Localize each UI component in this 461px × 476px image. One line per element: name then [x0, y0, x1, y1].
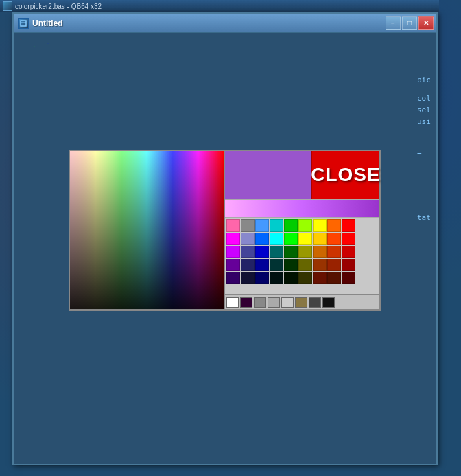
- swatch[interactable]: [342, 219, 355, 232]
- swatch-dark-purple[interactable]: [240, 297, 252, 308]
- title-bar: Untitled − □ ✕: [14, 14, 436, 33]
- swatch[interactable]: [342, 246, 355, 258]
- swatch[interactable]: [270, 246, 283, 258]
- swatch[interactable]: [255, 246, 269, 258]
- black-overlay: [70, 151, 224, 309]
- color-gradient-bar[interactable]: [225, 199, 379, 218]
- swatch-row-2: [226, 233, 378, 245]
- maximize-button[interactable]: □: [402, 16, 417, 30]
- swatch[interactable]: [284, 246, 298, 258]
- window-content: CLOSE: [14, 33, 436, 464]
- colorpicker-panel: CLOSE: [69, 150, 381, 311]
- swatch[interactable]: [298, 259, 312, 271]
- swatch[interactable]: [298, 233, 312, 245]
- swatch[interactable]: [284, 233, 298, 245]
- swatch[interactable]: [226, 233, 240, 245]
- swatch[interactable]: [298, 246, 312, 258]
- close-button-label: CLOSE: [311, 164, 380, 186]
- preview-row: CLOSE: [225, 151, 379, 199]
- swatch[interactable]: [241, 259, 255, 271]
- swatch[interactable]: [284, 272, 298, 284]
- swatch[interactable]: [342, 272, 355, 284]
- swatch[interactable]: [313, 233, 327, 245]
- swatch[interactable]: [313, 259, 327, 271]
- swatch[interactable]: [342, 259, 355, 271]
- swatch-gray1[interactable]: [254, 297, 266, 308]
- swatch[interactable]: [327, 246, 341, 258]
- sidebar-text-5: =: [417, 128, 436, 158]
- swatch-row-1: [226, 219, 378, 232]
- svg-rect-0: [21, 21, 26, 26]
- window-close-button[interactable]: ✕: [418, 16, 434, 30]
- swatch[interactable]: [284, 259, 298, 271]
- swatch[interactable]: [226, 259, 240, 271]
- swatch[interactable]: [298, 272, 312, 284]
- swatch[interactable]: [298, 219, 312, 232]
- swatch-gray3[interactable]: [281, 297, 294, 308]
- minimize-button[interactable]: −: [386, 16, 401, 30]
- swatch[interactable]: [241, 233, 255, 245]
- sidebar-text-4: usi: [417, 116, 436, 128]
- swatch[interactable]: [255, 272, 269, 284]
- spectrum-picker[interactable]: [70, 151, 224, 309]
- swatch[interactable]: [284, 219, 298, 232]
- swatch-gray2[interactable]: [268, 297, 280, 308]
- swatches-grid: [225, 218, 379, 294]
- swatch-black[interactable]: [322, 297, 335, 308]
- title-bar-buttons: − □ ✕: [386, 16, 434, 30]
- bottom-swatches-row: [225, 294, 379, 309]
- sidebar-text-1: pic: [417, 74, 436, 86]
- swatch[interactable]: [327, 272, 341, 284]
- swatch[interactable]: [327, 219, 341, 232]
- app-titlebar: colorpicker2.bas - QB64 x32: [0, 0, 439, 12]
- swatch[interactable]: [241, 219, 255, 232]
- swatch[interactable]: [226, 246, 240, 258]
- swatch[interactable]: [270, 219, 283, 232]
- app-title: colorpicker2.bas - QB64 x32: [15, 3, 102, 10]
- title-bar-left: Untitled: [18, 18, 63, 29]
- swatch[interactable]: [313, 272, 327, 284]
- swatch[interactable]: [342, 233, 355, 245]
- window-title: Untitled: [32, 19, 63, 28]
- swatch[interactable]: [313, 246, 327, 258]
- swatch[interactable]: [313, 219, 327, 232]
- swatch[interactable]: [241, 272, 255, 284]
- main-window: Untitled − □ ✕ CLOSE: [12, 12, 438, 465]
- swatch[interactable]: [255, 219, 269, 232]
- right-panel: CLOSE: [224, 151, 379, 309]
- swatch[interactable]: [327, 259, 341, 271]
- window-icon: [18, 18, 29, 29]
- swatch[interactable]: [270, 259, 283, 271]
- swatch[interactable]: [255, 233, 269, 245]
- swatch[interactable]: [270, 233, 283, 245]
- app-icon: [3, 1, 12, 11]
- swatch-row-3: [226, 246, 378, 258]
- swatch-olive[interactable]: [295, 297, 307, 308]
- swatch[interactable]: [327, 233, 341, 245]
- swatch[interactable]: [241, 246, 255, 258]
- swatch-white[interactable]: [226, 297, 239, 308]
- swatch[interactable]: [270, 272, 283, 284]
- swatch[interactable]: [226, 272, 240, 284]
- close-button[interactable]: CLOSE: [311, 151, 379, 199]
- swatch-dark-gray[interactable]: [309, 297, 321, 308]
- selected-color-swatch: [225, 151, 311, 199]
- swatch-row-5: [226, 272, 378, 284]
- sidebar-text-3: sel: [417, 104, 436, 116]
- sidebar-text-2: col: [417, 86, 436, 104]
- swatch[interactable]: [255, 259, 269, 271]
- swatch[interactable]: [226, 219, 240, 232]
- sidebar-clip: pic col sel usi = tat: [417, 74, 436, 224]
- swatch-row-4: [226, 259, 378, 271]
- sidebar-text-6: tat: [417, 158, 436, 224]
